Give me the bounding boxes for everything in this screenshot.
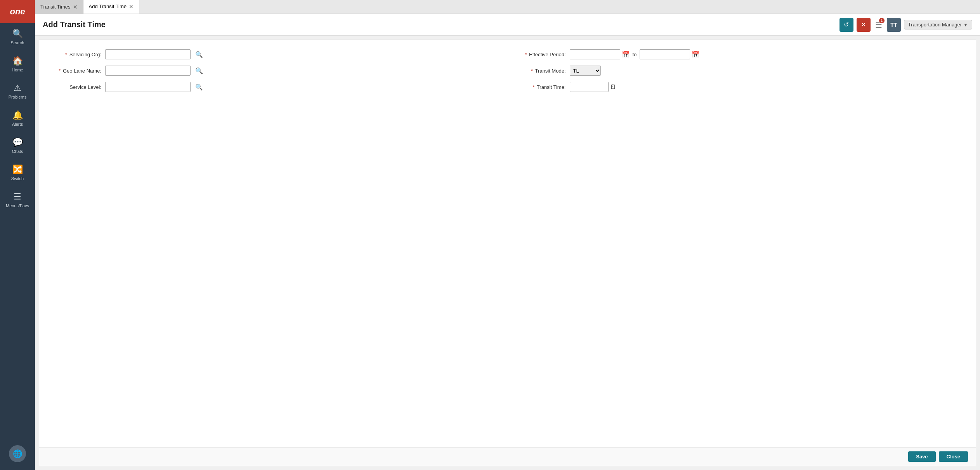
effective-period-to-input[interactable]	[640, 49, 690, 59]
servicing-org-search-button[interactable]: 🔍	[194, 50, 204, 59]
save-button[interactable]: Save	[908, 451, 935, 462]
search-icon: 🔍	[12, 29, 23, 39]
tab-label: Add Transit Time	[89, 3, 127, 9]
tab-add-transit-time[interactable]: Add Transit Time ✕	[83, 0, 140, 14]
required-star: *	[531, 68, 533, 74]
service-level-row: Service Level: 🔍	[51, 82, 500, 92]
transit-time-input[interactable]	[570, 82, 609, 92]
logo-text: one	[10, 7, 25, 17]
sidebar-item-label: Search	[11, 40, 24, 45]
sidebar-item-menus[interactable]: ☰ Menus/Favs	[0, 186, 35, 213]
content-panel: * Servicing Org: 🔍 * Geo Lane Name:	[39, 40, 976, 466]
geo-lane-name-label: * Geo Lane Name:	[51, 68, 101, 74]
tab-label: Transit Times	[40, 4, 71, 10]
switch-icon: 🔀	[12, 165, 23, 175]
to-label: to	[633, 52, 637, 57]
calendar-icon: 📅	[622, 51, 630, 58]
page-header: Add Transit Time ↺ ✕ ☰ 1 TT Transportati…	[35, 14, 980, 36]
servicing-org-label: * Servicing Org:	[51, 52, 101, 57]
form-left-col: * Servicing Org: 🔍 * Geo Lane Name:	[51, 49, 500, 98]
sidebar-item-label: Problems	[9, 95, 26, 99]
menu-icon: ☰	[14, 192, 21, 202]
calendar-from-button[interactable]: 📅	[622, 51, 630, 58]
form-footer: Save Close	[39, 447, 976, 466]
required-star: *	[532, 84, 534, 90]
refresh-button[interactable]: ↺	[840, 18, 853, 32]
transit-time-row: * Transit Time: 🗓	[515, 82, 964, 92]
app-logo[interactable]: one	[0, 0, 35, 23]
transit-mode-label: * Transit Mode:	[515, 68, 566, 74]
service-level-input[interactable]	[105, 82, 191, 92]
sidebar-item-label: Switch	[11, 176, 24, 181]
sidebar-avatar[interactable]: 🌐	[9, 445, 26, 462]
user-avatar[interactable]: TT	[887, 18, 901, 32]
tab-bar: Transit Times ✕ Add Transit Time ✕	[35, 0, 980, 14]
sidebar-item-alerts[interactable]: 🔔 Alerts	[0, 105, 35, 132]
calendar-to-button[interactable]: 📅	[692, 51, 699, 58]
service-level-search-button[interactable]: 🔍	[194, 83, 204, 92]
sidebar-item-label: Chats	[12, 149, 23, 154]
service-level-label: Service Level:	[51, 84, 101, 90]
servicing-org-input[interactable]	[105, 49, 191, 59]
form-area: * Servicing Org: 🔍 * Geo Lane Name:	[39, 40, 976, 447]
sidebar-bottom: 🌐	[0, 441, 35, 470]
tab-transit-times[interactable]: Transit Times ✕	[35, 0, 83, 14]
required-star: *	[65, 52, 67, 57]
sidebar-item-search[interactable]: 🔍 Search	[0, 23, 35, 50]
effective-period-from-input[interactable]	[570, 49, 620, 59]
effective-period-row: * Effective Period: 📅 to 📅	[515, 49, 964, 59]
form-grid: * Servicing Org: 🔍 * Geo Lane Name:	[51, 49, 964, 98]
sidebar-item-label: Home	[12, 68, 23, 72]
sidebar-item-problems[interactable]: ⚠ Problems	[0, 78, 35, 105]
geo-lane-search-button[interactable]: 🔍	[194, 66, 204, 75]
geo-lane-name-input[interactable]	[105, 66, 191, 76]
tab-close-transit-times[interactable]: ✕	[73, 4, 78, 10]
search-icon: 🔍	[195, 84, 203, 90]
user-initials: TT	[890, 22, 897, 28]
transit-mode-row: * Transit Mode: TL LTL Air Rail Ocean	[515, 66, 964, 76]
sidebar-item-chats[interactable]: 💬 Chats	[0, 132, 35, 159]
transit-time-label: * Transit Time:	[515, 84, 566, 90]
sidebar-item-label: Alerts	[12, 122, 23, 127]
home-icon: 🏠	[12, 56, 23, 66]
chevron-down-icon: ▼	[963, 22, 968, 28]
user-role-label: Transportation Manager	[908, 22, 962, 28]
page-title: Add Transit Time	[43, 20, 840, 29]
search-icon: 🔍	[195, 68, 203, 74]
date-from-wrap: 📅 to 📅	[570, 49, 700, 59]
notification-badge: 1	[879, 18, 885, 23]
tab-close-add-transit-time[interactable]: ✕	[129, 4, 134, 9]
sidebar-item-switch[interactable]: 🔀 Switch	[0, 159, 35, 186]
servicing-org-row: * Servicing Org: 🔍	[51, 49, 500, 59]
effective-period-label: * Effective Period:	[515, 52, 566, 57]
required-star: *	[59, 68, 61, 74]
menu-notifications[interactable]: ☰ 1	[874, 19, 884, 31]
bell-icon: 🔔	[12, 110, 23, 120]
header-actions: ↺ ✕ ☰ 1 TT Transportation Manager ▼	[840, 18, 972, 32]
calendar-icon: 📅	[692, 51, 699, 58]
form-right-col: * Effective Period: 📅 to 📅	[515, 49, 964, 98]
transit-time-wrap: 🗓	[570, 82, 616, 92]
user-role-dropdown[interactable]: Transportation Manager ▼	[904, 20, 972, 29]
cancel-button[interactable]: ✕	[857, 18, 871, 32]
sidebar-item-label: Menus/Favs	[6, 203, 29, 208]
search-icon: 🔍	[195, 51, 203, 58]
required-star: *	[525, 52, 527, 57]
sidebar-item-home[interactable]: 🏠 Home	[0, 50, 35, 78]
cancel-icon: ✕	[861, 21, 866, 28]
calculator-button[interactable]: 🗓	[610, 83, 616, 90]
calculator-icon: 🗓	[610, 83, 616, 90]
warning-icon: ⚠	[14, 83, 21, 93]
sidebar: one 🔍 Search 🏠 Home ⚠ Problems 🔔 Alerts …	[0, 0, 35, 470]
refresh-icon: ↺	[844, 21, 849, 28]
geo-lane-name-row: * Geo Lane Name: 🔍	[51, 66, 500, 76]
transit-mode-select[interactable]: TL LTL Air Rail Ocean	[570, 66, 601, 76]
avatar-icon: 🌐	[13, 449, 23, 458]
main-area: Transit Times ✕ Add Transit Time ✕ Add T…	[35, 0, 980, 470]
close-button[interactable]: Close	[939, 451, 968, 462]
chat-icon: 💬	[12, 137, 23, 147]
